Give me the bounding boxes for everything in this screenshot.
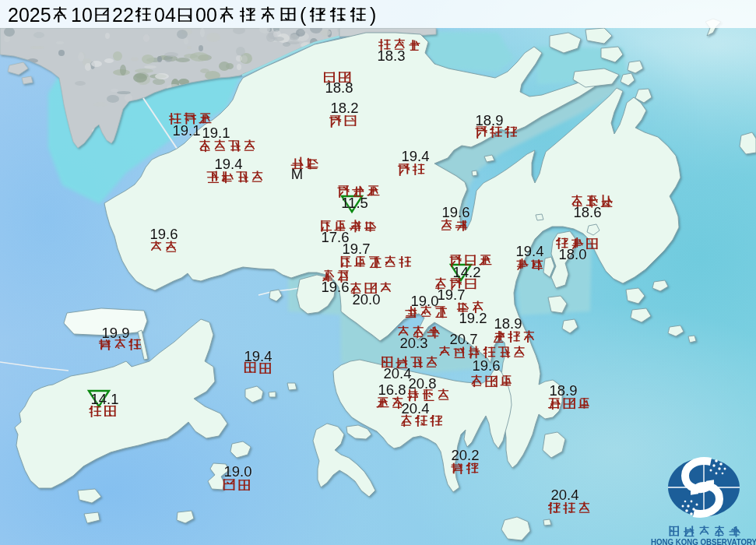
svg-text:HONG KONG OBSERVATORY: HONG KONG OBSERVATORY <box>651 537 756 545</box>
